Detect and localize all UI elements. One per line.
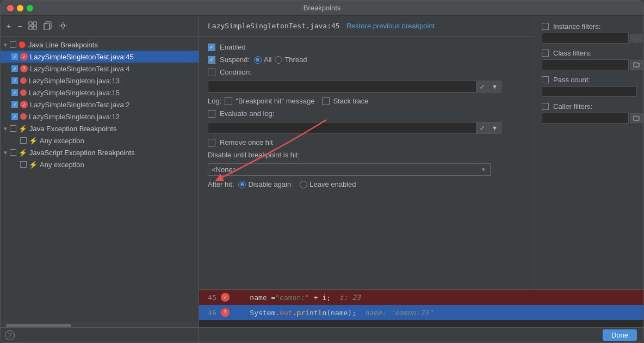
main-content: + − <box>1 16 643 342</box>
done-button[interactable]: Done <box>603 329 637 341</box>
item-checkbox-4[interactable] <box>11 101 18 108</box>
condition-dropdown-button[interactable]: ▼ <box>488 81 501 92</box>
instance-filters-input[interactable] <box>542 33 629 44</box>
thread-radio[interactable] <box>275 56 282 64</box>
instance-filters-checkbox[interactable] <box>542 23 549 30</box>
right-side: LazySimpleSingletonTest.java:45 Restore … <box>199 16 643 342</box>
tree-item-2[interactable]: LazySimpleSingleton.java:13 <box>1 75 199 87</box>
group-checkbox-java-line[interactable] <box>10 41 16 48</box>
tree-group-js-exception[interactable]: ▼ ⚡ JavaScript Exception Breakpoints <box>1 146 199 158</box>
java-line-group-label: Java Line Breakpoints <box>28 41 98 49</box>
tree-group-java-exception[interactable]: ▼ ⚡ Java Exception Breakpoints <box>1 122 199 134</box>
pass-count-input[interactable] <box>542 86 637 97</box>
close-button[interactable] <box>7 5 14 11</box>
caller-filters-checkbox[interactable] <box>542 103 549 110</box>
condition-expand-button[interactable]: ⤢ <box>476 81 488 92</box>
item-checkbox-any-1[interactable] <box>20 137 27 144</box>
line-icon-46: ? <box>221 308 230 317</box>
disable-until-dropdown-wrapper: <None> <box>208 163 491 176</box>
item-checkbox-1[interactable] <box>11 65 18 72</box>
add-breakpoint-button[interactable]: + <box>5 21 13 31</box>
item-checkbox-0[interactable] <box>11 53 18 60</box>
thread-radio-btn[interactable]: Thread <box>275 56 307 64</box>
copy-breakpoint-button[interactable] <box>42 20 54 32</box>
item-checkbox-3[interactable] <box>11 89 18 96</box>
svg-point-6 <box>61 24 65 27</box>
evaluate-row: Evaluate and log: <box>208 109 526 118</box>
class-filters-checkbox[interactable] <box>542 50 549 57</box>
tree-item-4[interactable]: ✓ LazySimpleSingletonTest.java:2 <box>1 99 199 111</box>
class-filters-input-row <box>542 59 637 70</box>
evaluate-dropdown-button[interactable]: ▼ <box>488 122 501 133</box>
tree-scrollbar[interactable] <box>1 323 199 327</box>
tree-group-java-line[interactable]: ▼ 🔴 Java Line Breakpoints <box>1 39 199 51</box>
breakpoint-hit-checkbox[interactable] <box>225 97 232 105</box>
class-filters-browse-btn[interactable] <box>630 60 643 70</box>
enabled-row: Enabled <box>208 43 526 51</box>
tree-item-5[interactable]: LazySimpleSingleton.java:12 <box>1 111 199 122</box>
remove-once-hit-checkbox[interactable] <box>208 139 215 146</box>
right-header: LazySimpleSingletonTest.java:45 Restore … <box>199 16 535 36</box>
disable-again-radio-btn[interactable]: Disable again <box>238 180 291 188</box>
group-checkbox-java-exception[interactable] <box>10 125 16 132</box>
evaluate-checkbox[interactable] <box>208 110 215 118</box>
pass-count-checkbox[interactable] <box>542 76 549 83</box>
group-checkbox-js[interactable] <box>10 149 16 156</box>
disable-again-radio[interactable] <box>238 181 246 188</box>
suspend-radio-group: All Thread <box>254 56 307 64</box>
tree-item-any-exception-2[interactable]: ⚡ Any exception <box>1 158 199 170</box>
suspend-checkbox[interactable] <box>208 56 215 64</box>
minimize-button[interactable] <box>17 5 23 11</box>
disable-until-label: Disable until breakpoint is hit: <box>208 151 300 159</box>
leave-enabled-radio-btn[interactable]: Leave enabled <box>300 180 356 188</box>
item-checkbox-5[interactable] <box>11 113 18 120</box>
scrollbar-thumb[interactable] <box>6 324 71 327</box>
caller-filters-input[interactable] <box>542 113 629 124</box>
settings-breakpoint-button[interactable] <box>57 20 69 32</box>
breakpoint-icon-check: ✓ <box>20 53 28 60</box>
java-exception-group-label: Java Exception Breakpoints <box>29 125 116 133</box>
remove-breakpoint-button[interactable]: − <box>16 21 23 31</box>
caller-filters-browse-btn[interactable] <box>630 113 643 123</box>
thread-label: Thread <box>284 56 307 64</box>
enabled-checkbox[interactable] <box>208 44 215 51</box>
folder-icon-2 <box>633 114 640 121</box>
evaluate-input[interactable] <box>208 122 476 133</box>
all-radio[interactable] <box>254 56 262 64</box>
evaluate-expand-button[interactable]: ⤢ <box>476 122 488 133</box>
condition-input[interactable] <box>208 81 476 92</box>
tree-item-3[interactable]: LazySimpleSingleton.java:15 <box>1 87 199 99</box>
disable-until-dropdown[interactable]: <None> <box>208 163 491 176</box>
tree-item-0[interactable]: ✓ LazySimpleSingletonTest.java:45 <box>1 51 199 63</box>
remove-once-hit-row: Remove once hit <box>208 138 526 146</box>
group-breakpoint-button[interactable] <box>27 20 39 32</box>
svg-rect-2 <box>29 26 32 29</box>
code-text-46: System.out.println(name); name: "eamon:2… <box>233 309 639 317</box>
window-title: Breakpoints <box>304 4 341 12</box>
condition-checkbox[interactable] <box>208 69 215 76</box>
traffic-lights <box>7 5 33 11</box>
item-checkbox-any-2[interactable] <box>20 161 27 168</box>
right-body: Enabled Suspend: All <box>199 36 535 289</box>
code-area: 45 ✓ name ="eamon:" + i; i: 23 46 ? Syst… <box>199 289 643 327</box>
restore-link[interactable]: Restore previous breakpoint <box>346 22 435 30</box>
tree-item-any-exception-1[interactable]: ⚡ Any exception <box>1 134 199 146</box>
all-radio-btn[interactable]: All <box>254 56 271 64</box>
svg-rect-0 <box>29 22 32 25</box>
after-hit-row: After hit: Disable again Leave enabled <box>208 180 526 188</box>
stack-trace-checkbox[interactable] <box>322 97 330 105</box>
class-filters-input[interactable] <box>542 59 629 70</box>
leave-enabled-radio[interactable] <box>300 181 307 188</box>
maximize-button[interactable] <box>27 5 33 11</box>
breakpoint-tree: ▼ 🔴 Java Line Breakpoints ✓ LazySimpleSi… <box>1 36 199 323</box>
help-button[interactable]: ? <box>5 330 15 340</box>
any-exception-label-1: Any exception <box>40 137 84 145</box>
bolt-icon-any-2: ⚡ <box>29 161 38 169</box>
condition-input-container: ⤢ ▼ <box>208 81 501 93</box>
item-checkbox-2[interactable] <box>11 77 18 84</box>
breakpoint-hit-label: "Breakpoint hit" message <box>236 97 314 105</box>
instance-filters-browse-btn[interactable]: … <box>630 34 642 42</box>
tree-item-label-1: LazySimpleSingletonTest.java:4 <box>30 65 130 73</box>
breakpoint-toolbar: + − <box>1 16 199 36</box>
tree-item-1[interactable]: ? LazySimpleSingletonTest.java:4 <box>1 63 199 75</box>
